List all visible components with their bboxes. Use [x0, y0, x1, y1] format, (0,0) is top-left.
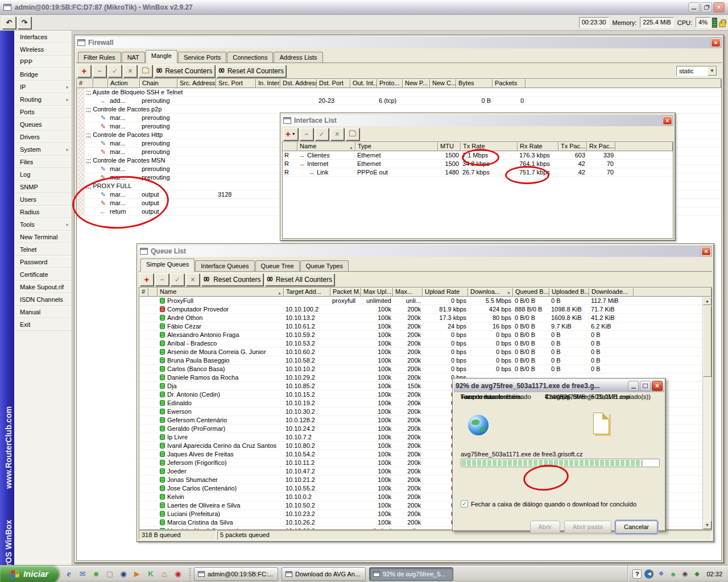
queue-row[interactable]: Carlos (Banco Basa) 10.10.10.2 100k 200k…	[139, 365, 712, 373]
col-packets[interactable]: Packets	[493, 79, 526, 88]
task-button[interactable]: 92% de avg75free_5...	[369, 567, 453, 581]
col-mtu[interactable]: MTU	[438, 142, 461, 151]
interface-list-titlebar[interactable]: Interface List ×	[282, 115, 673, 126]
col-new-c[interactable]: New C...	[430, 79, 456, 88]
interface-row[interactable]: R ↔Link PPPoE out 1480 26.7 kbps 751.7 k…	[283, 168, 673, 177]
col-max-download[interactable]: Max...	[393, 288, 423, 297]
scrollbar-thumb[interactable]	[703, 306, 712, 377]
network-tray-icon[interactable]: ❖	[656, 569, 665, 579]
sidebar-item[interactable]: Queues ▸	[14, 118, 72, 131]
scroll-down-button[interactable]: ▼	[703, 521, 712, 529]
undo-button[interactable]: ↶	[2, 16, 16, 29]
realplayer-icon[interactable]: ◉	[173, 569, 183, 579]
col-rx-packet[interactable]: Rx Pac...	[587, 142, 615, 151]
dialog-close-button[interactable]: ×	[652, 381, 663, 391]
dialog-button[interactable]: Abrir	[530, 521, 560, 534]
col-dst-port[interactable]: Dst. Port	[317, 79, 350, 88]
col-tx-packet[interactable]: Tx Pac...	[559, 142, 587, 151]
start-button[interactable]: Iniciar	[0, 566, 59, 582]
col-bytes[interactable]: Bytes	[456, 79, 493, 88]
firewall-tab[interactable]: Service Ports	[178, 52, 226, 63]
disable-rule-button[interactable]: ×	[123, 65, 137, 77]
queue-list-tab[interactable]: Simple Queues	[140, 259, 195, 272]
sidebar-item[interactable]: Exit ▸	[14, 318, 72, 331]
checkbox-checked-icon[interactable]: ✓	[461, 500, 468, 508]
firewall-rule-row[interactable]: ;;; Ajuste de Bloqueio SSH e Telnet	[77, 88, 721, 97]
sidebar-item[interactable]: Make Supout.rif ▸	[14, 281, 72, 293]
col-upload-rate[interactable]: Upload Rate	[423, 288, 468, 297]
dialog-button[interactable]: Abrir pasta	[564, 521, 611, 534]
remove-rule-button[interactable]: −	[93, 65, 106, 77]
restore-button[interactable]	[701, 2, 712, 13]
interface-row[interactable]: R ↔Internet Ethernet 1500 34.8 kbps 764.…	[283, 160, 673, 168]
messenger-icon[interactable]: ☻	[91, 569, 101, 579]
main-titlebar[interactable]: admin@00:19:5B:FC:D7:87 (MikroTik) - Win…	[0, 0, 728, 15]
show-desktop-icon[interactable]: ▢	[105, 569, 115, 579]
sidebar-item[interactable]: Users ▸	[14, 193, 72, 206]
col-max-upload[interactable]: Max Upl...	[361, 288, 393, 297]
sidebar-item[interactable]: Password ▸	[14, 256, 72, 268]
col-src-port[interactable]: Src. Port	[216, 79, 256, 88]
queue-scrollbar[interactable]: ▲ ▼	[702, 297, 712, 529]
interface-row[interactable]: R ↔Clientes Ethernet 1500 7.1 Mbps 176.3…	[283, 151, 673, 160]
col-out-interface[interactable]: Out. Int...	[350, 79, 377, 88]
sidebar-item[interactable]: Certificate ▸	[14, 268, 72, 281]
dialog-minimize-button[interactable]	[628, 381, 639, 391]
sidebar-item[interactable]: PPP ▸	[14, 56, 72, 68]
firewall-rule-row[interactable]: add... prerouting 20-23 6 (tcp) 0 B 0	[77, 97, 721, 105]
col-icon[interactable]	[93, 79, 108, 88]
col-src-address[interactable]: Src. Address	[177, 79, 216, 88]
sidebar-item[interactable]: Log ▸	[14, 168, 72, 181]
media-player-icon[interactable]: ▶	[132, 569, 142, 579]
kazaa-icon[interactable]: K	[146, 569, 156, 579]
col-uploaded[interactable]: Uploaded B...	[549, 288, 589, 297]
remove-interface-button[interactable]: −	[300, 128, 313, 140]
ie-quicklaunch-icon[interactable]: e	[64, 569, 74, 579]
col-action[interactable]: Action	[108, 79, 140, 88]
sidebar-item[interactable]: Ports ▸	[14, 106, 72, 118]
sidebar-item[interactable]: Radius ▸	[14, 206, 72, 218]
help-tray-icon[interactable]: ?	[632, 569, 642, 579]
firewall-tab[interactable]: Mangle	[146, 50, 177, 63]
minimize-button[interactable]	[688, 2, 700, 13]
task-button[interactable]: Download do AVG An...	[282, 567, 366, 581]
queue-list-tab[interactable]: Interface Queues	[195, 260, 254, 271]
sidebar-item[interactable]: Bridge ▸	[14, 68, 72, 81]
reset-all-counters-button[interactable]: 00Reset All Counters	[217, 65, 287, 77]
remove-queue-button[interactable]: −	[155, 273, 169, 286]
sidebar-item[interactable]: System ▸	[14, 143, 72, 156]
sidebar-item[interactable]: Wireless ▸	[14, 43, 72, 56]
enable-rule-button[interactable]: ✓	[108, 65, 122, 77]
close-when-done-option[interactable]: ✓ Fechar a caixa de diálogo quando o dow…	[461, 500, 636, 508]
sidebar-item[interactable]: SNMP ▸	[14, 181, 72, 193]
queue-list-tab[interactable]: Queue Types	[300, 260, 349, 271]
mail-icon[interactable]: ✉	[77, 569, 88, 579]
col-packet-marks[interactable]: Packet M...	[330, 288, 361, 297]
add-interface-button[interactable]: +▼	[283, 128, 298, 140]
dialog-maximize-button[interactable]	[640, 381, 651, 391]
sidebar-item[interactable]: Files ▸	[14, 156, 72, 168]
queue-list-tab[interactable]: Queue Tree	[255, 260, 300, 271]
col-download-rate[interactable]: Downloa...▼	[468, 288, 513, 297]
firewall-tab[interactable]: Connections	[227, 52, 273, 63]
col-type[interactable]: Type	[355, 142, 438, 151]
firewall-titlebar[interactable]: Firewall ×	[76, 37, 722, 48]
queue-row[interactable]: André Othon 10.10.13.2 100k 200k 17.3 kb…	[139, 314, 712, 322]
queue-row[interactable]: Alexsandro Antonio Fraga 10.10.59.2 100k…	[139, 331, 712, 339]
add-rule-button[interactable]: +	[77, 65, 91, 77]
redo-button[interactable]: ↷	[18, 16, 31, 29]
col-protocol[interactable]: Proto...	[377, 79, 403, 88]
messenger-tray-icon[interactable]: ☻	[668, 569, 677, 579]
close-button[interactable]: ×	[713, 2, 725, 13]
col-queued[interactable]: Queued B...	[513, 288, 549, 297]
queue-list-titlebar[interactable]: Queue List ×	[139, 246, 712, 257]
home-icon[interactable]: ⌂	[159, 569, 169, 579]
queue-row[interactable]: Bruna Paula Baseggio 10.10.58.2 100k 200…	[139, 356, 712, 365]
queue-row[interactable]: Arsenio de Moura Correia G. Junior 10.10…	[139, 348, 712, 356]
sidebar-item[interactable]: Drivers ▸	[14, 131, 72, 143]
globe-quicklaunch-icon[interactable]: ◉	[118, 569, 129, 579]
col-rx-rate[interactable]: Rx Rate	[518, 142, 559, 151]
col-in-interface[interactable]: In. Inter...	[256, 79, 280, 88]
queue-row[interactable]: Aníbal - Bradesco 10.10.53.2 100k 200k 0…	[139, 339, 712, 348]
col-downloaded[interactable]: Downloade...	[589, 288, 634, 297]
